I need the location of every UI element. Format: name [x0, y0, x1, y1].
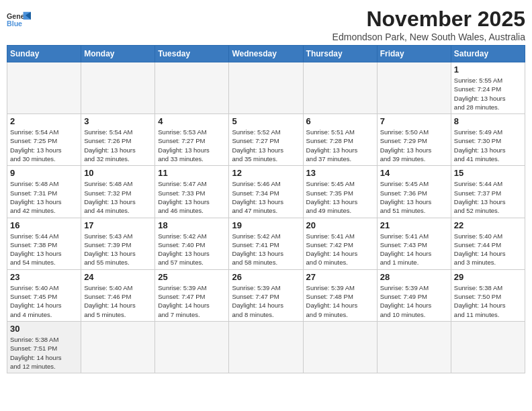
- day-info: Sunrise: 5:54 AM Sunset: 7:26 PM Dayligh…: [84, 128, 152, 163]
- month-title: November 2025: [332, 7, 525, 32]
- calendar-week-row: 30Sunrise: 5:38 AM Sunset: 7:51 PM Dayli…: [7, 321, 525, 373]
- day-info: Sunrise: 5:47 AM Sunset: 7:33 PM Dayligh…: [158, 179, 226, 215]
- day-info: Sunrise: 5:41 AM Sunset: 7:43 PM Dayligh…: [380, 232, 448, 267]
- day-info: Sunrise: 5:44 AM Sunset: 7:38 PM Dayligh…: [10, 232, 78, 267]
- day-info: Sunrise: 5:38 AM Sunset: 7:50 PM Dayligh…: [454, 283, 522, 319]
- day-info: Sunrise: 5:40 AM Sunset: 7:45 PM Dayligh…: [10, 283, 78, 319]
- calendar-cell: 5Sunrise: 5:52 AM Sunset: 7:27 PM Daylig…: [229, 114, 303, 166]
- calendar-cell: 8Sunrise: 5:49 AM Sunset: 7:30 PM Daylig…: [451, 114, 525, 166]
- day-info: Sunrise: 5:51 AM Sunset: 7:28 PM Dayligh…: [306, 128, 374, 163]
- day-number: 10: [84, 168, 152, 178]
- day-info: Sunrise: 5:39 AM Sunset: 7:49 PM Dayligh…: [380, 283, 448, 319]
- calendar-week-row: 9Sunrise: 5:48 AM Sunset: 7:31 PM Daylig…: [7, 166, 525, 218]
- logo: General Blue: [7, 11, 31, 30]
- title-area: November 2025 Edmondson Park, New South …: [332, 7, 525, 42]
- header: General Blue November 2025 Edmondson Par…: [7, 7, 525, 42]
- day-info: Sunrise: 5:38 AM Sunset: 7:51 PM Dayligh…: [10, 335, 78, 371]
- day-number: 12: [232, 168, 300, 178]
- calendar-cell: 2Sunrise: 5:54 AM Sunset: 7:25 PM Daylig…: [7, 114, 81, 166]
- calendar-cell: 19Sunrise: 5:42 AM Sunset: 7:41 PM Dayli…: [229, 218, 303, 269]
- day-number: 3: [84, 116, 152, 126]
- calendar-cell: [229, 62, 303, 114]
- day-info: Sunrise: 5:55 AM Sunset: 7:24 PM Dayligh…: [454, 76, 522, 111]
- day-info: Sunrise: 5:50 AM Sunset: 7:29 PM Dayligh…: [380, 128, 448, 163]
- weekday-header-thursday: Thursday: [303, 46, 377, 62]
- calendar-cell: 10Sunrise: 5:48 AM Sunset: 7:32 PM Dayli…: [81, 166, 155, 218]
- day-info: Sunrise: 5:45 AM Sunset: 7:35 PM Dayligh…: [306, 179, 374, 215]
- day-info: Sunrise: 5:42 AM Sunset: 7:41 PM Dayligh…: [232, 232, 300, 267]
- day-info: Sunrise: 5:48 AM Sunset: 7:32 PM Dayligh…: [84, 179, 152, 215]
- calendar-cell: 24Sunrise: 5:40 AM Sunset: 7:46 PM Dayli…: [81, 269, 155, 321]
- calendar-cell: 25Sunrise: 5:39 AM Sunset: 7:47 PM Dayli…: [155, 269, 229, 321]
- calendar-cell: 18Sunrise: 5:42 AM Sunset: 7:40 PM Dayli…: [155, 218, 229, 269]
- day-number: 22: [454, 220, 522, 230]
- calendar-cell: 4Sunrise: 5:53 AM Sunset: 7:27 PM Daylig…: [155, 114, 229, 166]
- calendar-cell: 15Sunrise: 5:44 AM Sunset: 7:37 PM Dayli…: [451, 166, 525, 218]
- day-number: 18: [158, 220, 226, 230]
- day-number: 23: [10, 272, 78, 282]
- day-number: 7: [380, 116, 448, 126]
- location-subtitle: Edmondson Park, New South Wales, Austral…: [332, 32, 525, 42]
- calendar-cell: 21Sunrise: 5:41 AM Sunset: 7:43 PM Dayli…: [377, 218, 451, 269]
- day-number: 13: [306, 168, 374, 178]
- calendar-cell: [303, 321, 377, 373]
- weekday-header-row: SundayMondayTuesdayWednesdayThursdayFrid…: [7, 46, 525, 62]
- calendar-week-row: 2Sunrise: 5:54 AM Sunset: 7:25 PM Daylig…: [7, 114, 525, 166]
- day-number: 17: [84, 220, 152, 230]
- day-number: 30: [10, 324, 78, 334]
- calendar-cell: [229, 321, 303, 373]
- day-number: 27: [306, 272, 374, 282]
- calendar-cell: [377, 321, 451, 373]
- day-number: 11: [158, 168, 226, 178]
- day-number: 28: [380, 272, 448, 282]
- weekday-header-saturday: Saturday: [451, 46, 525, 62]
- calendar-cell: 30Sunrise: 5:38 AM Sunset: 7:51 PM Dayli…: [7, 321, 81, 373]
- day-info: Sunrise: 5:45 AM Sunset: 7:36 PM Dayligh…: [380, 179, 448, 215]
- calendar-cell: [155, 321, 229, 373]
- calendar-cell: [451, 321, 525, 373]
- calendar-week-row: 23Sunrise: 5:40 AM Sunset: 7:45 PM Dayli…: [7, 269, 525, 321]
- day-number: 24: [84, 272, 152, 282]
- calendar-cell: [7, 62, 81, 114]
- day-number: 9: [10, 168, 78, 178]
- weekday-header-sunday: Sunday: [7, 46, 81, 62]
- calendar-cell: 29Sunrise: 5:38 AM Sunset: 7:50 PM Dayli…: [451, 269, 525, 321]
- day-number: 4: [158, 116, 226, 126]
- day-info: Sunrise: 5:39 AM Sunset: 7:47 PM Dayligh…: [232, 283, 300, 319]
- day-number: 6: [306, 116, 374, 126]
- calendar-cell: 1Sunrise: 5:55 AM Sunset: 7:24 PM Daylig…: [451, 62, 525, 114]
- day-info: Sunrise: 5:53 AM Sunset: 7:27 PM Dayligh…: [158, 128, 226, 163]
- day-number: 8: [454, 116, 522, 126]
- calendar-cell: 27Sunrise: 5:39 AM Sunset: 7:48 PM Dayli…: [303, 269, 377, 321]
- calendar-cell: [81, 321, 155, 373]
- day-info: Sunrise: 5:46 AM Sunset: 7:34 PM Dayligh…: [232, 179, 300, 215]
- calendar-cell: 22Sunrise: 5:40 AM Sunset: 7:44 PM Dayli…: [451, 218, 525, 269]
- day-info: Sunrise: 5:41 AM Sunset: 7:42 PM Dayligh…: [306, 232, 374, 267]
- weekday-header-monday: Monday: [81, 46, 155, 62]
- day-info: Sunrise: 5:44 AM Sunset: 7:37 PM Dayligh…: [454, 179, 522, 215]
- weekday-header-tuesday: Tuesday: [155, 46, 229, 62]
- day-number: 29: [454, 272, 522, 282]
- calendar-cell: 16Sunrise: 5:44 AM Sunset: 7:38 PM Dayli…: [7, 218, 81, 269]
- day-info: Sunrise: 5:43 AM Sunset: 7:39 PM Dayligh…: [84, 232, 152, 267]
- svg-text:Blue: Blue: [7, 19, 22, 28]
- weekday-header-friday: Friday: [377, 46, 451, 62]
- day-number: 21: [380, 220, 448, 230]
- day-number: 25: [158, 272, 226, 282]
- day-info: Sunrise: 5:39 AM Sunset: 7:48 PM Dayligh…: [306, 283, 374, 319]
- calendar-cell: 28Sunrise: 5:39 AM Sunset: 7:49 PM Dayli…: [377, 269, 451, 321]
- day-info: Sunrise: 5:40 AM Sunset: 7:44 PM Dayligh…: [454, 232, 522, 267]
- day-info: Sunrise: 5:42 AM Sunset: 7:40 PM Dayligh…: [158, 232, 226, 267]
- calendar-cell: 17Sunrise: 5:43 AM Sunset: 7:39 PM Dayli…: [81, 218, 155, 269]
- day-info: Sunrise: 5:54 AM Sunset: 7:25 PM Dayligh…: [10, 128, 78, 163]
- day-number: 14: [380, 168, 448, 178]
- day-info: Sunrise: 5:49 AM Sunset: 7:30 PM Dayligh…: [454, 128, 522, 163]
- day-number: 2: [10, 116, 78, 126]
- day-info: Sunrise: 5:39 AM Sunset: 7:47 PM Dayligh…: [158, 283, 226, 319]
- day-number: 15: [454, 168, 522, 178]
- day-info: Sunrise: 5:48 AM Sunset: 7:31 PM Dayligh…: [10, 179, 78, 215]
- day-number: 20: [306, 220, 374, 230]
- calendar-cell: 11Sunrise: 5:47 AM Sunset: 7:33 PM Dayli…: [155, 166, 229, 218]
- calendar-cell: 7Sunrise: 5:50 AM Sunset: 7:29 PM Daylig…: [377, 114, 451, 166]
- day-info: Sunrise: 5:52 AM Sunset: 7:27 PM Dayligh…: [232, 128, 300, 163]
